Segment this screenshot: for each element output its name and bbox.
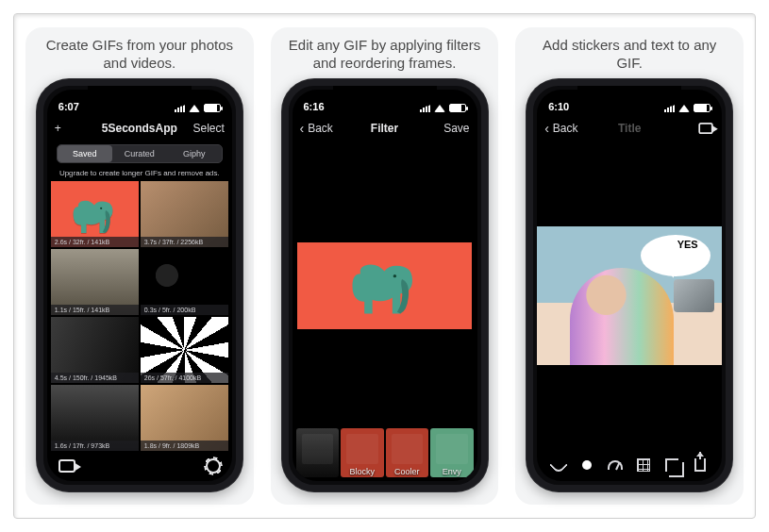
status-time: 6:10 — [548, 101, 569, 112]
screen-title: Filter — [371, 122, 398, 135]
segment-saved[interactable]: Saved — [58, 145, 112, 162]
gif-meta: 1.6s / 17fr. / 973kB — [51, 441, 139, 451]
battery-icon — [449, 104, 466, 112]
share-icon[interactable] — [693, 457, 708, 473]
app-store-screenshots: Create GIFs from your photos and videos.… — [13, 13, 756, 519]
nav-bar: + 5SecondsApp Select — [47, 114, 232, 142]
bottom-bar — [47, 451, 232, 481]
gif-meta: 4.5s / 150fr. / 1945kB — [51, 373, 139, 383]
elephant-icon — [344, 251, 425, 321]
gif-meta: 2.6s / 32fr. / 141kB — [51, 237, 139, 247]
battery-icon — [694, 104, 710, 112]
wifi-icon — [434, 105, 445, 112]
status-time: 6:16 — [304, 101, 325, 112]
gif-cell[interactable]: 1.6s / 17fr. / 973kB — [51, 385, 139, 451]
status-time: 6:07 — [59, 101, 79, 112]
wifi-icon — [678, 105, 690, 112]
filter-option-cooler[interactable]: Cooler — [386, 428, 429, 477]
sticker-text[interactable]: YES — [677, 239, 698, 250]
gif-cell[interactable]: 1.1s / 15fr. / 141kB — [51, 249, 139, 315]
filter-option-blocky[interactable]: Blocky — [341, 428, 384, 477]
photo-content: YES — [537, 226, 722, 365]
background-prop — [674, 279, 714, 312]
gif-cell[interactable]: 2.6s / 32fr. / 141kB — [51, 181, 139, 247]
wifi-icon — [189, 105, 200, 112]
record-icon[interactable] — [579, 457, 594, 473]
gif-cell[interactable]: 0.3s / 5fr. / 200kB — [141, 249, 228, 315]
caption-3: Add stickers and text to any GIF. — [523, 37, 736, 79]
svg-point-0 — [100, 207, 102, 208]
filter-strip: Blocky Cooler Envy — [293, 428, 477, 481]
phone-2: 6:16 ‹Back Filter Save — [282, 79, 488, 491]
chevron-left-icon: ‹ — [300, 121, 305, 136]
nav-bar: ‹Back Filter Save — [293, 114, 477, 142]
upgrade-banner[interactable]: Upgrade to create longer GIFs and remove… — [47, 167, 232, 181]
editor-canvas[interactable] — [293, 142, 477, 428]
app-title: 5SecondsApp — [102, 122, 177, 135]
tag-icon[interactable] — [699, 123, 713, 134]
chevron-left-icon: ‹ — [544, 121, 549, 136]
filter-option-envy[interactable]: Envy — [430, 428, 474, 477]
screen-title: Title — [618, 122, 641, 135]
speed-icon[interactable] — [608, 457, 623, 473]
add-button[interactable]: + — [55, 122, 92, 135]
elephant-icon — [68, 191, 121, 238]
segment-giphy[interactable]: Giphy — [167, 145, 222, 162]
phone-3: 6:10 ‹Back Title — [527, 79, 732, 491]
gear-icon[interactable] — [206, 458, 221, 474]
sticker-canvas[interactable]: YES — [537, 142, 722, 449]
screenshot-panel-2: Edit any GIF by applying filters and reo… — [271, 27, 499, 505]
gif-cell[interactable]: 4.5s / 150fr. / 1945kB — [51, 317, 139, 383]
nav-bar: ‹Back Title — [537, 114, 722, 142]
gif-grid: 2.6s / 32fr. / 141kB 3.7s / 37fr. / 2256… — [47, 181, 232, 451]
segmented-control[interactable]: Saved Curated Giphy — [57, 144, 223, 163]
back-button[interactable]: ‹Back — [300, 121, 338, 136]
crop-icon[interactable] — [664, 457, 679, 473]
battery-icon — [204, 104, 221, 112]
gif-meta: 0.3s / 5fr. / 200kB — [141, 305, 228, 315]
person-figure — [570, 268, 674, 365]
phone-1: 6:07 + 5SecondsApp Select Saved — [37, 79, 242, 491]
editor-toolbar — [537, 449, 722, 481]
svg-point-1 — [393, 274, 396, 277]
tag-icon[interactable] — [59, 459, 75, 473]
wrench-icon[interactable] — [551, 457, 566, 473]
gif-meta: 1.1s / 15fr. / 141kB — [51, 305, 139, 315]
screenshot-panel-3: Add stickers and text to any GIF. 6:10 ‹… — [515, 27, 744, 505]
segment-curated[interactable]: Curated — [112, 145, 167, 162]
screenshot-panel-1: Create GIFs from your photos and videos.… — [25, 27, 254, 505]
grid-icon[interactable] — [636, 457, 651, 473]
gif-cell[interactable]: 1.8s / 9fr. / 1809kB — [141, 385, 228, 451]
caption-1: Create GIFs from your photos and videos. — [33, 37, 246, 79]
save-button[interactable]: Save — [432, 122, 470, 135]
gif-cell[interactable]: 26s / 57fr. / 4100kB — [141, 317, 228, 383]
back-button[interactable]: ‹Back — [544, 121, 582, 136]
gif-meta: 1.8s / 9fr. / 1809kB — [141, 441, 228, 451]
gif-meta: 3.7s / 37fr. / 2256kB — [141, 237, 228, 247]
caption-2: Edit any GIF by applying filters and reo… — [278, 37, 492, 79]
filter-option[interactable] — [296, 428, 340, 477]
gif-cell[interactable]: 3.7s / 37fr. / 2256kB — [141, 181, 228, 247]
select-button[interactable]: Select — [187, 122, 225, 135]
gif-meta: 26s / 57fr. / 4100kB — [141, 373, 228, 383]
